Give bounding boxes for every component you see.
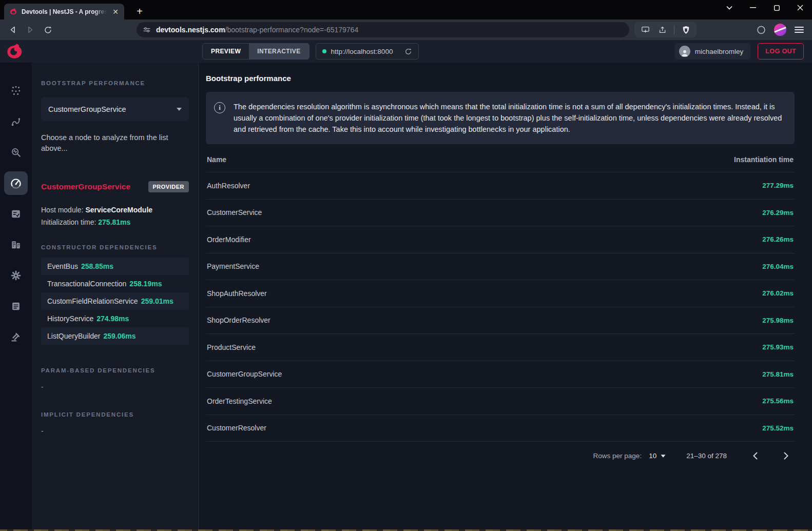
toolbar-divider xyxy=(674,25,674,34)
table-header: Name Instantiation time xyxy=(206,147,795,172)
nav-docs-icon[interactable] xyxy=(4,294,28,318)
brave-shield-icon[interactable] xyxy=(678,22,693,37)
reload-button[interactable] xyxy=(40,22,55,37)
tab-close-icon[interactable]: ✕ xyxy=(111,7,120,16)
nav-insights-icon[interactable] xyxy=(4,141,28,164)
address-bar[interactable]: devtools.nestjs.com/bootstrap-performanc… xyxy=(137,22,629,37)
target-url: http://localhost:8000 xyxy=(331,48,393,55)
chevron-down-icon xyxy=(177,108,182,111)
dependency-row[interactable]: EventBus 258.85ms xyxy=(41,258,189,275)
bootstrap-side-panel: BOOTSTRAP PERFORMANCE CustomerGroupServi… xyxy=(32,63,199,529)
window-minimize-button[interactable] xyxy=(741,0,765,15)
app-header: PREVIEW INTERACTIVE http://localhost:800… xyxy=(0,40,812,63)
extensions-icon[interactable] xyxy=(753,22,769,37)
pagination-range: 21–30 of 278 xyxy=(686,452,727,460)
param-deps-empty: - xyxy=(41,383,189,391)
browser-titlebar: Devtools | NestJS - A progressive ✕ + xyxy=(0,0,812,19)
tab-title: Devtools | NestJS - A progressive xyxy=(22,8,107,15)
table-row[interactable]: CustomerResolver 275.52ms xyxy=(206,415,795,442)
table-row[interactable]: OrderTestingService 275.56ms xyxy=(206,387,795,415)
connection-status-dot xyxy=(322,49,326,53)
param-deps-heading: PARAM-BASED DEPENDENCIES xyxy=(41,367,189,373)
nestjs-logo-icon xyxy=(5,42,24,61)
user-chip[interactable]: michaelbromley xyxy=(675,43,751,60)
window-close-button[interactable] xyxy=(788,0,812,15)
browser-toolbar: devtools.nestjs.com/bootstrap-performanc… xyxy=(0,19,812,40)
table-row[interactable]: OrderModifier 276.26ms xyxy=(206,226,795,253)
page-title: Bootstrap performance xyxy=(206,74,795,83)
nav-settings-icon[interactable] xyxy=(4,264,28,287)
browser-tab[interactable]: Devtools | NestJS - A progressive ✕ xyxy=(4,4,124,19)
info-icon: i xyxy=(214,102,225,113)
panel-heading: BOOTSTRAP PERFORMANCE xyxy=(41,80,189,86)
browser-menu-icon[interactable] xyxy=(791,22,807,37)
previous-page-button[interactable] xyxy=(746,447,764,465)
selected-node-name: CustomerGroupService xyxy=(41,182,130,191)
dependency-row[interactable]: TransactionalConnection 258.19ms xyxy=(41,275,189,292)
table-body: AuthResolver 277.29ms CustomerService 27… xyxy=(206,172,795,441)
rows-per-page-label: Rows per page: xyxy=(593,452,642,460)
preview-tab[interactable]: PREVIEW xyxy=(203,44,249,59)
nav-checklist-icon[interactable] xyxy=(4,202,28,226)
info-callout: i The dependencies resolution algorithm … xyxy=(206,92,795,144)
logout-button[interactable]: LOG OUT xyxy=(758,43,804,60)
constructor-deps-list: EventBus 258.85ms TransactionalConnectio… xyxy=(41,258,189,345)
dependency-row[interactable]: ListQueryBuilder 259.06ms xyxy=(41,327,189,345)
table-row[interactable]: AuthResolver 277.29ms xyxy=(206,172,795,199)
nav-graph-icon[interactable] xyxy=(4,79,28,103)
implicit-deps-empty: - xyxy=(41,427,189,435)
init-time-label: Initialization time: xyxy=(41,218,98,226)
column-name: Name xyxy=(207,155,226,164)
table-row[interactable]: ShopOrderResolver 275.98ms xyxy=(206,307,795,334)
host-module-label: Host module: xyxy=(41,206,85,214)
node-select-hint: Choose a node to analyze from the list a… xyxy=(41,132,189,154)
share-icon[interactable] xyxy=(655,22,670,37)
nestjs-favicon-icon xyxy=(9,8,17,16)
table-row[interactable]: ProductService 275.93ms xyxy=(206,333,795,361)
column-instantiation-time: Instantiation time xyxy=(734,155,794,164)
browser-profile-avatar[interactable] xyxy=(774,24,786,36)
constructor-deps-heading: CONSTRUCTOR DEPENDENCIES xyxy=(41,244,189,250)
table-row[interactable]: ShopAuthResolver 276.02ms xyxy=(206,280,795,307)
mode-toggle: PREVIEW INTERACTIVE xyxy=(202,43,310,60)
window-maximize-button[interactable] xyxy=(765,0,788,15)
table-row[interactable]: CustomerService 276.29ms xyxy=(206,199,795,226)
username: michaelbromley xyxy=(695,48,744,55)
nav-rail xyxy=(0,63,32,529)
main-content: Bootstrap performance i The dependencies… xyxy=(199,63,812,529)
back-button[interactable] xyxy=(5,22,21,37)
tab-search-chevron-icon[interactable] xyxy=(718,0,741,15)
site-settings-icon[interactable] xyxy=(143,26,151,34)
rows-per-page-select[interactable]: 10 xyxy=(649,452,666,460)
forward-button[interactable] xyxy=(23,22,38,37)
table-row[interactable]: PaymentService 276.04ms xyxy=(206,253,795,280)
node-select[interactable]: CustomerGroupService xyxy=(41,97,189,121)
user-avatar xyxy=(679,46,690,57)
dependency-row[interactable]: CustomFieldRelationService 259.01ms xyxy=(41,292,189,310)
table-row[interactable]: CustomerGroupService 275.81ms xyxy=(206,361,795,388)
reading-list-icon[interactable] xyxy=(637,22,653,37)
chevron-down-icon xyxy=(661,455,666,457)
nav-modules-icon[interactable] xyxy=(4,233,28,257)
table-pagination: Rows per page: 10 21–30 of 278 xyxy=(206,441,795,470)
browser-window: Devtools | NestJS - A progressive ✕ + de… xyxy=(0,0,812,531)
new-tab-button[interactable]: + xyxy=(132,5,147,18)
nav-performance-icon[interactable] xyxy=(4,171,28,195)
init-time-value: 275.81ms xyxy=(98,218,130,226)
host-module-value: ServiceCoreModule xyxy=(85,206,152,214)
node-select-value: CustomerGroupService xyxy=(48,105,126,113)
implicit-deps-heading: IMPLICIT DEPENDENCIES xyxy=(41,411,189,418)
dependency-row[interactable]: HistoryService 274.98ms xyxy=(41,310,189,327)
target-url-chip[interactable]: http://localhost:8000 xyxy=(316,43,419,60)
interactive-tab[interactable]: INTERACTIVE xyxy=(249,44,308,59)
url-host: devtools.nestjs.com xyxy=(156,26,225,34)
info-text: The dependencies resolution algorithm is… xyxy=(234,101,784,135)
refresh-target-icon[interactable] xyxy=(404,48,412,55)
nav-routes-icon[interactable] xyxy=(4,110,28,133)
provider-badge: PROVIDER xyxy=(148,181,189,192)
performance-table: Name Instantiation time AuthResolver 277… xyxy=(206,147,795,470)
nav-audit-icon[interactable] xyxy=(4,325,28,349)
url-path: /bootstrap-performance?node=-65179764 xyxy=(225,26,359,34)
next-page-button[interactable] xyxy=(777,447,795,465)
